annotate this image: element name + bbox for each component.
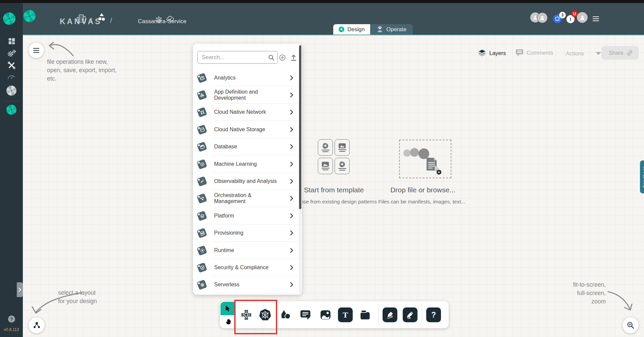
actions-menu[interactable]: Actions	[566, 50, 601, 57]
sidebar-item-kanvas[interactable]	[0, 105, 23, 115]
tab-design[interactable]: Design	[333, 24, 370, 35]
help-tool[interactable]: ?	[426, 307, 441, 322]
comments-toggle[interactable]: Comments	[515, 49, 553, 57]
category-row-platform[interactable]: Platform	[193, 207, 302, 224]
tab-operate[interactable]: Operate	[370, 24, 413, 35]
category-label: Analytics	[214, 75, 284, 81]
organization-icon[interactable]	[76, 13, 86, 23]
image-tool[interactable]	[318, 307, 333, 322]
help-button[interactable]: ?	[8, 316, 15, 323]
category-tag-icon	[196, 278, 208, 291]
category-row-machine-learning[interactable]: Machine Learning	[193, 155, 302, 173]
drop-file-illustration	[400, 140, 449, 176]
file-dropzone[interactable]	[399, 140, 451, 178]
note-tool[interactable]	[358, 307, 373, 322]
chevron-right-icon[interactable]	[290, 213, 293, 219]
select-tool[interactable]	[220, 302, 235, 315]
category-label: Serverless	[214, 282, 284, 288]
kanvas-logo-icon	[23, 10, 36, 22]
text-tool[interactable]: T	[338, 307, 353, 322]
scrollbar-thumb[interactable]	[299, 45, 301, 209]
chevron-right-icon[interactable]	[290, 109, 293, 115]
category-tag-icon	[196, 209, 208, 222]
user-avatar[interactable]	[577, 12, 588, 23]
category-row-analytics[interactable]: Analytics	[193, 69, 302, 86]
breadcrumb-separator: /	[90, 16, 92, 25]
component-tool[interactable]	[239, 307, 254, 322]
category-row-database[interactable]: Database	[193, 138, 302, 155]
search-input[interactable]	[197, 51, 278, 64]
pan-tool[interactable]	[220, 315, 235, 328]
category-row-observability[interactable]: Observability and Analysis	[193, 173, 302, 190]
meshery-logo-icon[interactable]	[3, 12, 15, 25]
comment-tool[interactable]	[298, 307, 313, 322]
share-label: Share	[609, 50, 624, 56]
category-row-serverless[interactable]: Serverless	[193, 276, 302, 293]
tab-operate-label: Operate	[386, 26, 406, 33]
template-card[interactable]	[335, 139, 350, 156]
toolbox-icon[interactable]	[0, 61, 23, 70]
cloud-sync-icon[interactable]	[166, 15, 174, 22]
category-row-cloud-native-storage[interactable]: Cloud Native Storage	[193, 121, 302, 138]
pen-path-icon	[386, 310, 394, 319]
text-line	[339, 170, 345, 171]
share-button[interactable]: Share	[601, 46, 639, 60]
chevron-right-icon[interactable]	[290, 161, 293, 167]
workspace-shapes-icon[interactable]	[98, 13, 106, 22]
text-line	[338, 149, 346, 150]
chevron-right-icon[interactable]	[290, 248, 293, 253]
kanvas-app: KANVAS / / Cassandra-Service	[0, 0, 644, 337]
category-list: Analytics App Definition and Development…	[193, 69, 302, 295]
collaborator-avatar[interactable]	[537, 12, 548, 23]
category-row-app-definition[interactable]: App Definition and Development	[193, 86, 302, 103]
chevron-right-icon[interactable]	[290, 92, 293, 98]
category-tag-icon	[196, 71, 208, 84]
chevron-right-icon[interactable]	[290, 127, 293, 132]
shapes-tool[interactable]	[278, 307, 293, 322]
performance-gauge-icon[interactable]	[0, 74, 23, 80]
category-row-partial[interactable]	[193, 293, 302, 295]
design-config-icon[interactable]	[155, 16, 162, 23]
chevron-right-icon[interactable]	[290, 144, 293, 149]
template-card[interactable]	[318, 158, 333, 174]
extensions-icon[interactable]	[0, 86, 23, 96]
chevron-right-icon[interactable]	[290, 75, 293, 81]
sidebar-expander[interactable]	[17, 282, 23, 297]
shapes-icon	[280, 309, 292, 321]
add-component-icon[interactable]	[279, 54, 286, 61]
template-card[interactable]	[335, 158, 350, 174]
canvas-menu-button[interactable]	[29, 43, 44, 58]
template-title[interactable]: Start from template	[304, 186, 364, 194]
category-row-security[interactable]: Security & Compliance	[193, 259, 302, 276]
chevron-right-icon[interactable]	[290, 282, 293, 287]
pen-tool[interactable]	[383, 307, 397, 322]
chevron-right-icon[interactable]	[290, 179, 293, 184]
settings-gears-icon[interactable]	[0, 49, 23, 57]
dashboard-icon[interactable]	[0, 37, 23, 46]
text-line	[338, 168, 346, 169]
layers-toggle[interactable]: Layers	[478, 49, 506, 57]
import-upload-icon[interactable]	[290, 54, 297, 61]
category-row-provisioning[interactable]: Provisioning	[193, 225, 302, 242]
header-menu-icon[interactable]	[593, 15, 599, 22]
chevron-right-icon[interactable]	[290, 265, 293, 270]
zoom-button[interactable]	[623, 317, 639, 333]
category-label: Machine Learning	[214, 161, 284, 167]
category-row-cloud-native-network[interactable]: Cloud Native Network	[193, 104, 302, 121]
breadcrumb-design-name[interactable]: Cassandra-Service	[138, 18, 187, 25]
chevron-right-icon[interactable]	[290, 230, 293, 236]
category-row-orchestration[interactable]: Orchestration & Management	[193, 190, 302, 207]
category-tag-icon	[196, 106, 208, 118]
freehand-tool[interactable]	[403, 307, 417, 322]
file-ops-annotation: file operations like new, open, save, ex…	[47, 58, 116, 83]
dropzone-title[interactable]: Drop file or browse...	[390, 186, 455, 194]
kubernetes-tool[interactable]	[258, 307, 273, 322]
feedback-tab[interactable]: Feedback	[640, 160, 644, 193]
panel-scrollbar[interactable]	[299, 45, 301, 293]
chevron-right-icon[interactable]	[290, 196, 293, 201]
layout-button[interactable]	[29, 317, 45, 333]
category-row-runtime[interactable]: Runtime	[193, 242, 302, 259]
kubernetes-icon	[259, 308, 271, 321]
template-card[interactable]	[318, 139, 333, 156]
freehand-pen-icon	[406, 310, 414, 319]
